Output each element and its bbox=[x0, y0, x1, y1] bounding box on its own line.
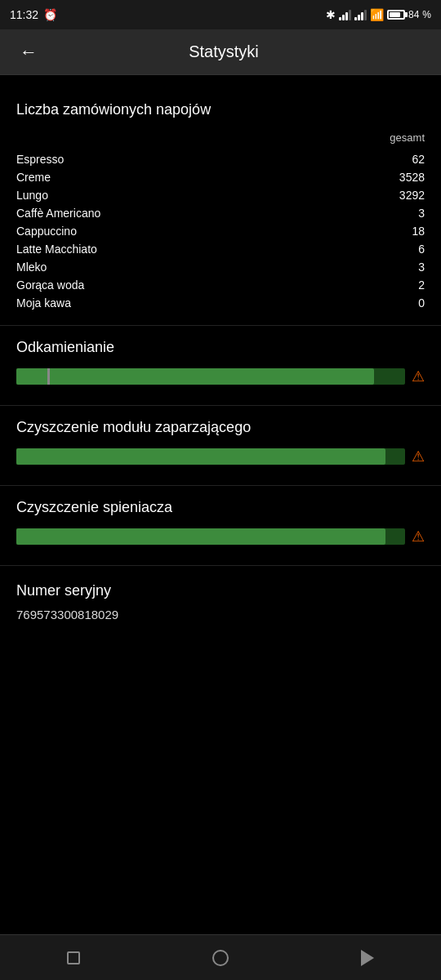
drink-name: Caffè Americano bbox=[16, 207, 100, 220]
status-right: ✱ 📶 84% bbox=[326, 8, 431, 21]
bluetooth-icon: ✱ bbox=[326, 8, 336, 21]
nav-home-button[interactable] bbox=[198, 935, 243, 981]
brew-unit-warning-icon: ⚠ bbox=[412, 448, 425, 466]
serial-value: 769573300818029 bbox=[16, 608, 425, 621]
drink-name: Moja kawa bbox=[16, 296, 71, 310]
drink-value: 0 bbox=[376, 296, 425, 310]
brew-unit-progress-bg bbox=[16, 448, 405, 465]
drink-row: Cappuccino 18 bbox=[16, 222, 425, 240]
frother-warning-icon: ⚠ bbox=[412, 528, 425, 546]
drink-value: 6 bbox=[376, 243, 425, 256]
nav-back-button[interactable] bbox=[345, 935, 390, 981]
main-content: Liczba zamówionych napojów gesamt Espres… bbox=[0, 75, 441, 651]
drink-value: 2 bbox=[376, 278, 425, 292]
drink-row: Latte Macchiato 6 bbox=[16, 240, 425, 258]
drink-value: 3 bbox=[376, 261, 425, 274]
drink-row: Caffè Americano 3 bbox=[16, 204, 425, 222]
brew-unit-progress-fill bbox=[16, 448, 385, 465]
drink-name: Cappuccino bbox=[16, 225, 77, 238]
recents-icon bbox=[67, 951, 80, 964]
drink-name: Lungo bbox=[16, 189, 48, 202]
signal-bars-1 bbox=[339, 9, 351, 20]
status-bar: 11:32 ⏰ ✱ 📶 84% bbox=[0, 0, 441, 29]
brew-unit-title: Czyszczenie modułu zaparzającego bbox=[16, 419, 425, 436]
frother-progress-fill bbox=[16, 528, 385, 545]
column-header-gesamt: gesamt bbox=[376, 131, 425, 144]
back-button[interactable]: ← bbox=[13, 35, 44, 69]
frother-progress-container: ⚠ bbox=[16, 528, 425, 546]
wifi-icon: 📶 bbox=[370, 8, 384, 21]
drink-value: 3292 bbox=[376, 189, 425, 202]
drink-name: Latte Macchiato bbox=[16, 243, 97, 256]
descaling-warning-icon: ⚠ bbox=[412, 368, 425, 385]
nav-bar: ← Statystyki bbox=[0, 29, 441, 75]
descaling-progress-fill bbox=[16, 368, 374, 385]
status-left: 11:32 ⏰ bbox=[10, 8, 57, 21]
drink-name: Gorąca woda bbox=[16, 278, 84, 292]
drink-value: 18 bbox=[376, 225, 425, 238]
alarm-icon: ⏰ bbox=[43, 8, 57, 21]
drink-name: Espresso bbox=[16, 153, 64, 166]
drink-row: Lungo 3292 bbox=[16, 186, 425, 204]
drinks-section-title: Liczba zamówionych napojów bbox=[16, 101, 425, 118]
bottom-nav bbox=[0, 934, 441, 980]
drink-row: Moja kawa 0 bbox=[16, 294, 425, 312]
drinks-list: Espresso 62 Creme 3528 Lungo 3292 Caffè … bbox=[16, 150, 425, 312]
descaling-title: Odkamienianie bbox=[16, 339, 425, 356]
serial-section: Numer seryjny 769573300818029 bbox=[0, 566, 441, 638]
battery-icon bbox=[387, 10, 405, 20]
back-icon bbox=[361, 950, 374, 966]
drinks-header: gesamt bbox=[16, 131, 425, 144]
drinks-table: gesamt Espresso 62 Creme 3528 Lungo 3292… bbox=[16, 131, 425, 312]
brew-unit-progress-container: ⚠ bbox=[16, 448, 425, 466]
time-display: 11:32 bbox=[10, 8, 38, 21]
drinks-section: Liczba zamówionych napojów gesamt Espres… bbox=[0, 88, 441, 326]
drink-row: Gorąca woda 2 bbox=[16, 276, 425, 294]
drink-value: 62 bbox=[376, 153, 425, 166]
frother-progress-bg bbox=[16, 528, 405, 545]
drink-row: Creme 3528 bbox=[16, 168, 425, 186]
home-icon bbox=[212, 950, 229, 966]
drink-row: Espresso 62 bbox=[16, 150, 425, 168]
descaling-progress-container: ⚠ bbox=[16, 368, 425, 385]
serial-title: Numer seryjny bbox=[16, 582, 425, 599]
battery-level: 84 bbox=[408, 9, 419, 20]
drink-row: Mleko 3 bbox=[16, 258, 425, 276]
drink-value: 3528 bbox=[376, 171, 425, 184]
frother-title: Czyszczenie spieniacza bbox=[16, 499, 425, 516]
drink-name: Creme bbox=[16, 171, 51, 184]
descaling-progress-bg bbox=[16, 368, 405, 385]
drink-value: 3 bbox=[376, 207, 425, 220]
descaling-section: Odkamienianie ⚠ bbox=[0, 326, 441, 406]
page-title: Statystyki bbox=[57, 42, 390, 61]
frother-section: Czyszczenie spieniacza ⚠ bbox=[0, 486, 441, 566]
drink-name: Mleko bbox=[16, 261, 47, 274]
nav-recents-button[interactable] bbox=[51, 935, 96, 981]
brew-unit-section: Czyszczenie modułu zaparzającego ⚠ bbox=[0, 406, 441, 486]
signal-bars-2 bbox=[354, 9, 367, 20]
